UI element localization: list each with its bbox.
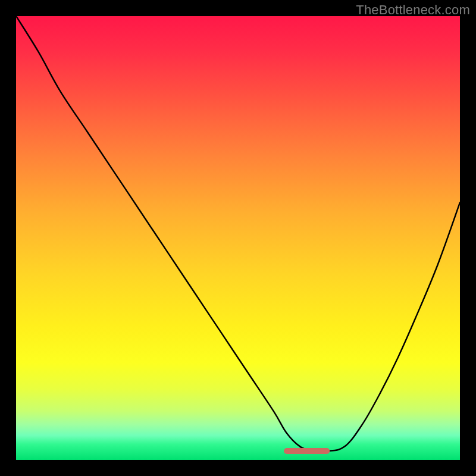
watermark-text: TheBottleneck.com — [356, 2, 470, 18]
gradient-plot-area — [16, 16, 460, 460]
bottleneck-curve-path — [16, 16, 460, 452]
bottleneck-curve-svg — [16, 16, 460, 460]
